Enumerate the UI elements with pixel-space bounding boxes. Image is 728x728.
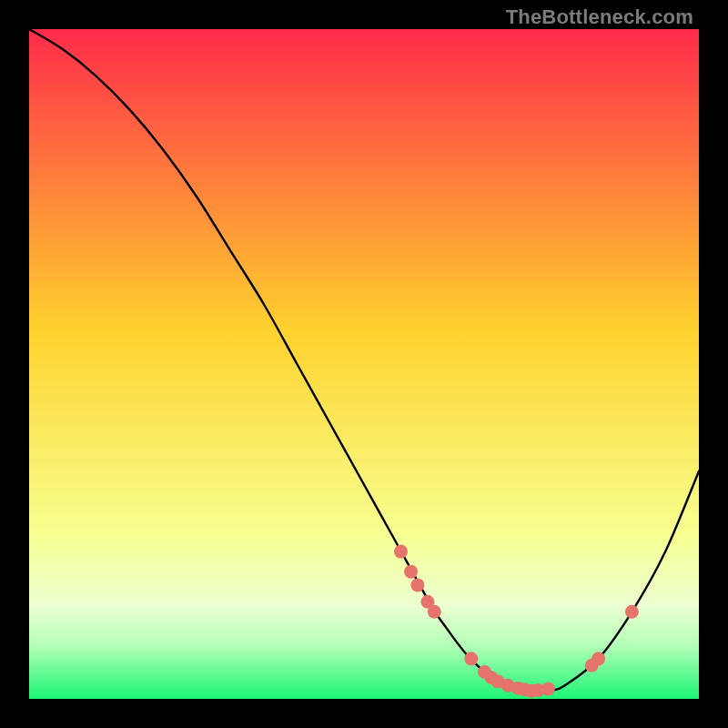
marker-dot xyxy=(404,565,418,579)
plot-frame xyxy=(29,29,699,699)
marker-dot xyxy=(410,578,424,592)
gradient-background xyxy=(29,29,699,699)
marker-dot xyxy=(464,652,478,665)
marker-dot xyxy=(394,545,408,559)
marker-dot xyxy=(541,682,555,695)
watermark-text: TheBottleneck.com xyxy=(506,5,693,29)
marker-dot xyxy=(625,605,639,619)
bottleneck-chart xyxy=(29,29,699,699)
marker-dot xyxy=(592,652,605,665)
marker-dot xyxy=(428,605,441,619)
